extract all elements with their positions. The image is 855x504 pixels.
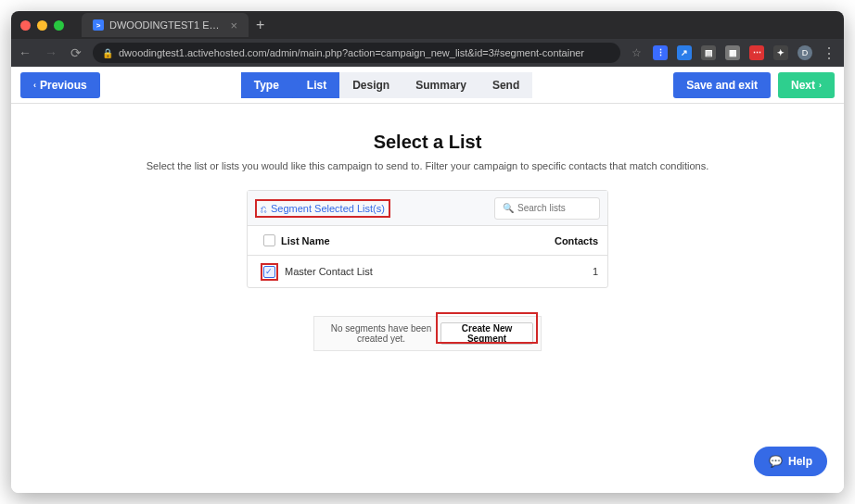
previous-label: Previous	[40, 79, 87, 92]
browser-tab[interactable]: > DWOODINGTEST1 Email Mark ×	[82, 13, 249, 37]
tab-title: DWOODINGTEST1 Email Mark	[109, 19, 224, 31]
url-text: dwoodingtest1.activehosted.com/admin/mai…	[119, 47, 584, 58]
page-title: Select a List	[30, 132, 825, 153]
search-box[interactable]: 🔍	[494, 197, 600, 220]
column-list-name: List Name	[281, 235, 542, 246]
table-row[interactable]: ✓ Master Contact List 1	[248, 256, 607, 287]
select-all-checkbox[interactable]	[263, 234, 275, 246]
back-icon[interactable]: ←	[19, 45, 32, 60]
close-window-icon[interactable]	[20, 20, 31, 31]
lock-icon: 🔒	[102, 48, 113, 58]
search-icon: 🔍	[503, 203, 514, 213]
extension-icon[interactable]: ⋮	[653, 45, 668, 60]
segment-icon: ⎌	[261, 203, 267, 214]
step-summary[interactable]: Summary	[402, 72, 479, 98]
tab-close-icon[interactable]: ×	[230, 19, 237, 32]
next-button[interactable]: Next ›	[778, 72, 835, 98]
chat-icon: 💬	[769, 455, 783, 468]
chevron-right-icon: ›	[819, 81, 822, 90]
reload-icon[interactable]: ⟳	[70, 45, 82, 60]
checkbox-highlight: ✓	[261, 263, 278, 281]
step-type[interactable]: Type	[241, 72, 292, 98]
help-label: Help	[788, 455, 812, 468]
extension-icon[interactable]: ⋯	[749, 45, 764, 60]
segment-selected-highlight: ⎌ Segment Selected List(s)	[255, 199, 390, 218]
tab-favicon-icon: >	[93, 19, 104, 31]
page-content: ‹ Previous Type List Design Summary Send…	[11, 67, 844, 493]
mac-titlebar: > DWOODINGTEST1 Email Mark × +	[11, 11, 844, 39]
page-subtitle: Select the list or lists you would like …	[30, 160, 825, 171]
next-label: Next	[791, 79, 815, 92]
new-tab-button[interactable]: +	[256, 17, 264, 33]
minimize-window-icon[interactable]	[37, 20, 47, 31]
extension-icon[interactable]: ▦	[725, 45, 740, 60]
row-contacts: 1	[542, 266, 598, 277]
row-list-name: Master Contact List	[281, 266, 542, 277]
create-new-segment-button[interactable]: Create New Segment	[440, 322, 533, 345]
puzzle-icon[interactable]: ✦	[773, 45, 788, 60]
segment-bar: No segments have been created yet. Creat…	[313, 316, 542, 351]
maximize-window-icon[interactable]	[54, 20, 64, 31]
row-checkbox[interactable]: ✓	[263, 266, 275, 278]
wizard-steps: Type List Design Summary Send	[241, 72, 533, 98]
bookmark-star-icon[interactable]: ☆	[632, 46, 642, 59]
page-topbar: ‹ Previous Type List Design Summary Send…	[11, 67, 844, 104]
extension-icon[interactable]: ▤	[701, 45, 716, 60]
list-panel: ⎌ Segment Selected List(s) 🔍 List Name C…	[247, 190, 608, 288]
forward-icon[interactable]: →	[45, 45, 57, 60]
address-bar: ← → ⟳ 🔒 dwoodingtest1.activehosted.com/a…	[11, 39, 844, 67]
step-design[interactable]: Design	[339, 72, 402, 98]
step-send[interactable]: Send	[479, 72, 532, 98]
table-header: List Name Contacts	[248, 226, 607, 256]
segment-selected-link[interactable]: Segment Selected List(s)	[271, 203, 385, 214]
url-field[interactable]: 🔒 dwoodingtest1.activehosted.com/admin/m…	[93, 43, 620, 63]
no-segments-text: No segments have been created yet.	[322, 323, 440, 344]
kebab-menu-icon[interactable]: ⋮	[822, 44, 836, 62]
help-button[interactable]: 💬 Help	[754, 447, 827, 476]
column-contacts: Contacts	[542, 235, 598, 246]
chevron-left-icon: ‹	[33, 81, 36, 90]
save-and-exit-button[interactable]: Save and exit	[673, 72, 771, 98]
search-input[interactable]	[517, 203, 592, 213]
extension-icons: ⋮ ↗ ▤ ▦ ⋯ ✦ D ⋮	[653, 44, 836, 62]
profile-avatar[interactable]: D	[798, 45, 812, 60]
previous-button[interactable]: ‹ Previous	[20, 72, 100, 98]
extension-icon[interactable]: ↗	[677, 45, 692, 60]
